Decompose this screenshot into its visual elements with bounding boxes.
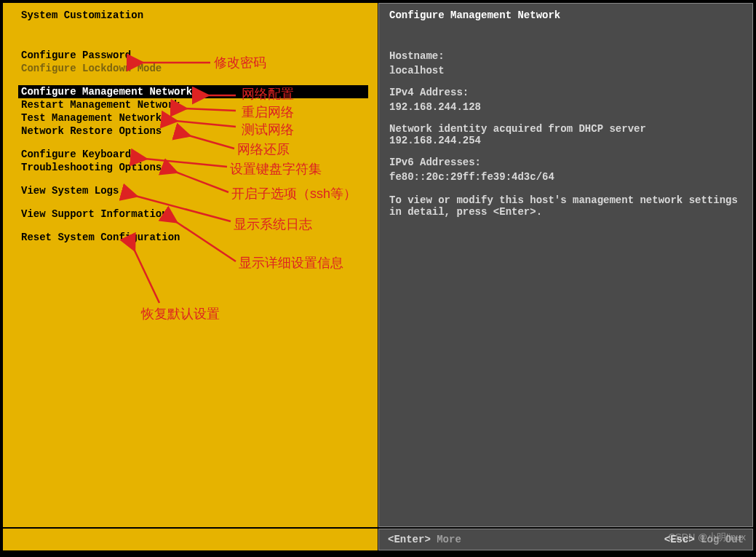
dhcp-line: Network identity acquired from DHCP serv… [379, 122, 752, 148]
menu-network-restore[interactable]: Network Restore Options [4, 125, 377, 138]
menu-configure-password[interactable]: Configure Password [4, 49, 377, 62]
menu-test-mgmt-network[interactable]: Test Management Network [4, 111, 377, 125]
anno-net-restore: 网络还原 [237, 141, 290, 158]
right-panel: Configure Management Network Hostname: l… [378, 3, 753, 527]
footer-more: More [437, 534, 461, 545]
ipv6-label: IPv6 Addresses: [379, 155, 752, 170]
ipv4-value: 192.168.244.128 [379, 100, 752, 114]
anno-reset: 恢复默认设置 [141, 305, 220, 323]
ipv4-label: IPv4 Address: [379, 85, 752, 100]
anno-keyboard: 设置键盘字符集 [230, 160, 322, 178]
ipv6-value: fe80::20c:29ff:fe39:4d3c/64 [379, 170, 752, 184]
watermark: CSDN @小明linux [669, 531, 746, 544]
menu-configure-lockdown: Configure Lockdown Mode [4, 62, 377, 75]
anno-supportinfo: 显示详细设置信息 [239, 254, 343, 272]
anno-syslogs: 显示系统日志 [234, 216, 312, 233]
menu-view-support-info[interactable]: View Support Information [4, 208, 377, 221]
left-title: System Customization [4, 4, 377, 28]
anno-net-test: 测试网络 [242, 121, 294, 138]
anno-net-restart: 重启网络 [242, 103, 294, 121]
menu-configure-mgmt-network[interactable]: Configure Management Network [18, 85, 368, 98]
left-footer [3, 529, 378, 550]
anno-troubleshoot: 开启子选项（ssh等） [231, 185, 357, 202]
hostname-value: localhost [379, 63, 752, 78]
footer-enter[interactable]: <Enter> [388, 534, 431, 545]
menu: Configure Password Configure Lockdown Mo… [4, 49, 377, 244]
menu-configure-keyboard[interactable]: Configure Keyboard [4, 148, 377, 161]
help-text: To view or modify this host's management… [379, 193, 752, 219]
anno-net-config: 网络配置 [242, 85, 294, 103]
anno-password: 修改密码 [214, 54, 266, 71]
menu-restart-mgmt-network[interactable]: Restart Management Network [4, 98, 377, 111]
right-title: Configure Management Network [379, 4, 752, 28]
hostname-label: Hostname: [379, 49, 752, 63]
menu-reset-system-config[interactable]: Reset System Configuration [4, 231, 377, 244]
